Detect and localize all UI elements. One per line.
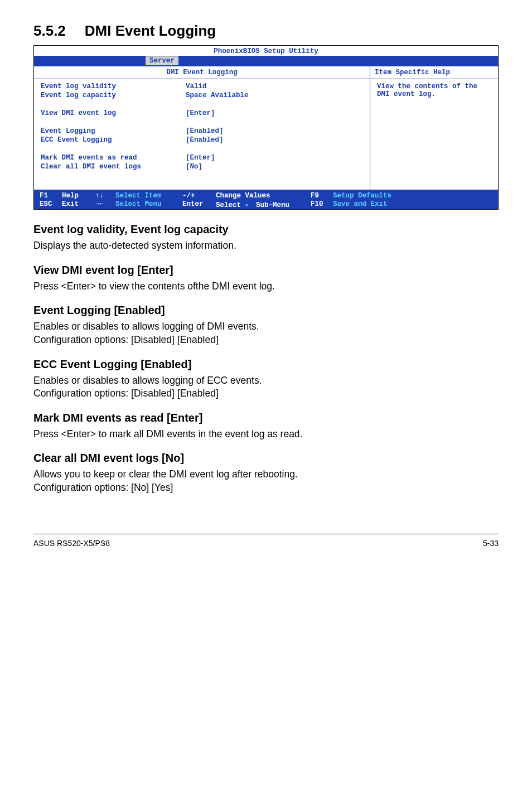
bios-setting-value: Valid — [186, 83, 207, 91]
bios-tab-server: Server — [146, 56, 178, 65]
bios-right-pane: Item Specific Help View the contents of … — [370, 66, 498, 190]
bios-title: PhoenixBIOS Setup Utility — [34, 46, 498, 56]
bios-submenu-triangle-icon: ▸ — [245, 200, 252, 209]
bios-setting-label: View DMI event log — [41, 109, 186, 118]
bios-setting-label: Event log validity — [41, 83, 186, 91]
bios-setting-value: [Enabled] — [186, 127, 224, 136]
subsection-heading: Event Logging [Enabled] — [33, 304, 499, 317]
bios-key-f10: F10 — [311, 200, 333, 209]
bios-key-enter: Enter — [182, 200, 216, 209]
bios-setting-row: View DMI event log[Enter] — [41, 109, 363, 118]
bios-left-pane: DMI Event Logging Event log validityVali… — [34, 66, 370, 190]
bios-tabbar: Server — [34, 56, 498, 66]
bios-label-select-item: Select Item — [115, 192, 182, 200]
bios-label-help: Help — [62, 192, 95, 200]
subsection-heading: View DMI event log [Enter] — [33, 264, 499, 277]
subsection-body: Allows you to keep or clear the DMI even… — [33, 468, 499, 494]
page-footer-right: 5-33 — [483, 539, 499, 548]
bios-setting-value: Space Available — [186, 91, 249, 100]
bios-setting-value: [Enabled] — [186, 136, 224, 145]
bios-arrows-leftright-icon: →← — [95, 200, 115, 209]
bios-setting-row: ECC Event Logging[Enabled] — [41, 136, 363, 145]
bios-key-f9: F9 — [311, 192, 333, 200]
bios-key-f1: F1 — [40, 192, 62, 200]
bios-right-header: Item Specific Help — [370, 66, 498, 79]
bios-setting-row: Mark DMI events as read[Enter] — [41, 154, 363, 163]
bios-row-spacer — [41, 100, 363, 109]
bios-settings-list: Event log validityValidEvent log capacit… — [34, 79, 370, 190]
subsection-body: Press <Enter> to mark all DMI events in … — [33, 428, 499, 441]
subsection-heading: Mark DMI events as read [Enter] — [33, 412, 499, 424]
bios-screenshot: PhoenixBIOS Setup Utility Server DMI Eve… — [33, 45, 499, 210]
bios-label-select-menu: Select Menu — [115, 200, 182, 209]
subsection-body: Enables or disables to allows logging of… — [33, 320, 499, 346]
bios-setting-label: Event Logging — [41, 127, 186, 136]
bios-label-setup-defaults: Setup Defaults — [333, 192, 400, 200]
bios-setting-row: Event log validityValid — [41, 83, 363, 91]
bios-setting-label: Event log capacity — [41, 91, 186, 100]
bios-label-select-submenu: Select ▸ Sub-Menu — [216, 200, 311, 209]
bios-submenu-prefix: Select — [216, 201, 245, 209]
bios-row-spacer — [41, 145, 363, 154]
subsection-heading: Clear all DMI event logs [No] — [33, 452, 499, 465]
bios-submenu-suffix: Sub-Menu — [252, 201, 290, 209]
section-heading: 5.5.2DMI Event Logging — [33, 22, 499, 40]
bios-help-text: View the contents of the DMI event log. — [370, 79, 498, 102]
subsection-body: Enables or disables to allows logging of… — [33, 374, 499, 400]
bios-setting-value: [Enter] — [186, 154, 215, 163]
bios-setting-label: Mark DMI events as read — [41, 154, 186, 163]
subsection-body: Displays the auto-detected system inform… — [33, 239, 499, 253]
bios-setting-row: Clear all DMI event logs[No] — [41, 163, 363, 172]
section-number: 5.5.2 — [33, 22, 66, 40]
bios-label-save-exit: Save and Exit — [333, 200, 400, 209]
bios-setting-row: Event Logging[Enabled] — [41, 127, 363, 136]
page-footer: ASUS RS520-X5/PS8 5-33 — [33, 534, 499, 548]
bios-setting-value: [Enter] — [186, 109, 215, 118]
bios-key-esc: ESC — [40, 200, 62, 209]
bios-setting-label: ECC Event Logging — [41, 136, 186, 145]
bios-label-exit: Exit — [62, 200, 95, 209]
section-title: DMI Event Logging — [85, 22, 216, 39]
bios-arrows-updown-icon: ↑↓ — [95, 192, 115, 200]
bios-label-change-values: Change Values — [216, 192, 311, 200]
bios-setting-row: Event log capacitySpace Available — [41, 91, 363, 100]
page-footer-left: ASUS RS520-X5/PS8 — [33, 539, 110, 548]
bios-key-minusplus: -/+ — [182, 192, 216, 200]
bios-row-spacer — [41, 118, 363, 127]
bios-footer: F1 Help ↑↓ Select Item -/+ Change Values… — [34, 190, 498, 209]
bios-setting-value: [No] — [186, 163, 202, 172]
bios-body: DMI Event Logging Event log validityVali… — [34, 66, 498, 190]
subsection-body: Press <Enter> to view the contents ofthe… — [33, 280, 499, 293]
subsection-heading: ECC Event Logging [Enabled] — [33, 358, 499, 371]
bios-setting-label: Clear all DMI event logs — [41, 163, 186, 172]
bios-left-header: DMI Event Logging — [34, 66, 370, 79]
subsection-heading: Event log validity, Event log capacity — [33, 223, 499, 236]
